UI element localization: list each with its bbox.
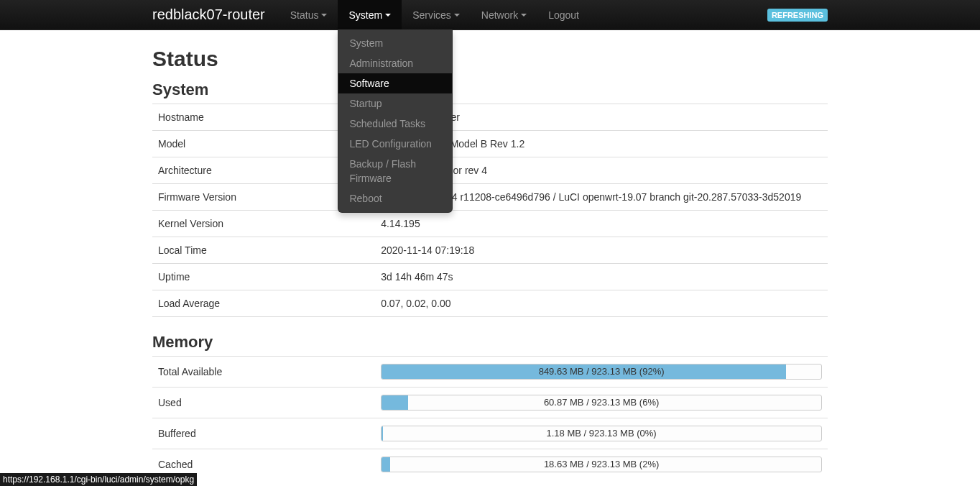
chevron-down-icon: [321, 14, 327, 17]
loadavg-label: Load Average: [152, 290, 375, 317]
table-row: Architecture ARMv8 Processor rev 4: [152, 157, 828, 184]
table-row: Uptime 3d 14h 46m 47s: [152, 264, 828, 290]
nav-system[interactable]: System: [338, 0, 402, 29]
table-row: Used 60.87 MB / 923.13 MB (6%): [152, 388, 828, 418]
nav-system-label: System: [348, 9, 382, 21]
table-row: Model Raspberry Pi 3 Model B Rev 1.2: [152, 131, 828, 157]
brand-hostname[interactable]: redblack07-router: [152, 0, 279, 30]
localtime-label: Local Time: [152, 237, 375, 264]
nav-logout[interactable]: Logout: [537, 0, 590, 29]
loadavg-value: 0.07, 0.02, 0.00: [375, 290, 828, 317]
nav-network[interactable]: Network: [471, 0, 537, 29]
uptime-value: 3d 14h 46m 47s: [375, 264, 828, 290]
table-row: Hostname redblack07-router: [152, 104, 828, 131]
menu-led-configuration[interactable]: LED Configuration: [338, 134, 452, 154]
table-row: Local Time 2020-11-14 07:19:18: [152, 237, 828, 264]
page-container: Status System Hostname redblack07-router…: [152, 30, 828, 480]
mem-buffered-bar: 1.18 MB / 923.13 MB (0%): [381, 426, 822, 441]
table-row: Firmware Version OpenWrt 19.07.4 r11208-…: [152, 184, 828, 211]
system-info-table: Hostname redblack07-router Model Raspber…: [152, 104, 828, 317]
section-memory-title: Memory: [152, 331, 828, 353]
menu-scheduled-tasks[interactable]: Scheduled Tasks: [338, 114, 452, 134]
nav-network-label: Network: [481, 9, 518, 21]
table-row: Buffered 1.18 MB / 923.13 MB (0%): [152, 418, 828, 449]
memory-table: Total Available 849.63 MB / 923.13 MB (9…: [152, 356, 828, 480]
table-row: Cached 18.63 MB / 923.13 MB (2%): [152, 449, 828, 480]
mem-used-bar: 60.87 MB / 923.13 MB (6%): [381, 395, 822, 411]
mem-cached-text: 18.63 MB / 923.13 MB (2%): [382, 457, 821, 472]
menu-software[interactable]: Software: [338, 73, 452, 93]
nav-status[interactable]: Status: [279, 0, 338, 29]
browser-status-url: https://192.168.1.1/cgi-bin/luci/admin/s…: [0, 473, 197, 486]
refreshing-badge[interactable]: REFRESHING: [767, 9, 828, 22]
chevron-down-icon: [521, 14, 527, 17]
mem-used-text: 60.87 MB / 923.13 MB (6%): [382, 395, 821, 410]
menu-startup[interactable]: Startup: [338, 93, 452, 114]
mem-total-bar: 849.63 MB / 923.13 MB (92%): [381, 364, 822, 380]
mem-buffered-text: 1.18 MB / 923.13 MB (0%): [382, 426, 821, 441]
nav-services-label: Services: [412, 9, 451, 21]
chevron-down-icon: [454, 14, 460, 17]
mem-total-text: 849.63 MB / 923.13 MB (92%): [382, 364, 821, 379]
mem-cached-bar: 18.63 MB / 923.13 MB (2%): [381, 457, 822, 472]
nav-services[interactable]: Services: [402, 0, 471, 29]
table-row: Kernel Version 4.14.195: [152, 211, 828, 237]
nav-logout-label: Logout: [548, 9, 579, 21]
system-dropdown: System Administration Software Startup S…: [338, 29, 453, 213]
table-row: Total Available 849.63 MB / 923.13 MB (9…: [152, 357, 828, 388]
menu-administration[interactable]: Administration: [338, 53, 452, 73]
chevron-down-icon: [385, 14, 391, 17]
page-title: Status: [152, 45, 828, 73]
menu-backup-flash[interactable]: Backup / Flash Firmware: [338, 154, 452, 188]
menu-system[interactable]: System: [338, 33, 452, 53]
menu-reboot[interactable]: Reboot: [338, 188, 452, 208]
table-row: Load Average 0.07, 0.02, 0.00: [152, 290, 828, 317]
nav-status-label: Status: [290, 9, 319, 21]
kernel-value: 4.14.195: [375, 211, 828, 237]
mem-used-label: Used: [152, 388, 375, 418]
uptime-label: Uptime: [152, 264, 375, 290]
mem-total-label: Total Available: [152, 357, 375, 388]
top-navbar: redblack07-router Status System System A…: [0, 0, 980, 30]
localtime-value: 2020-11-14 07:19:18: [375, 237, 828, 264]
section-system-title: System: [152, 79, 828, 101]
kernel-label: Kernel Version: [152, 211, 375, 237]
mem-buffered-label: Buffered: [152, 418, 375, 449]
